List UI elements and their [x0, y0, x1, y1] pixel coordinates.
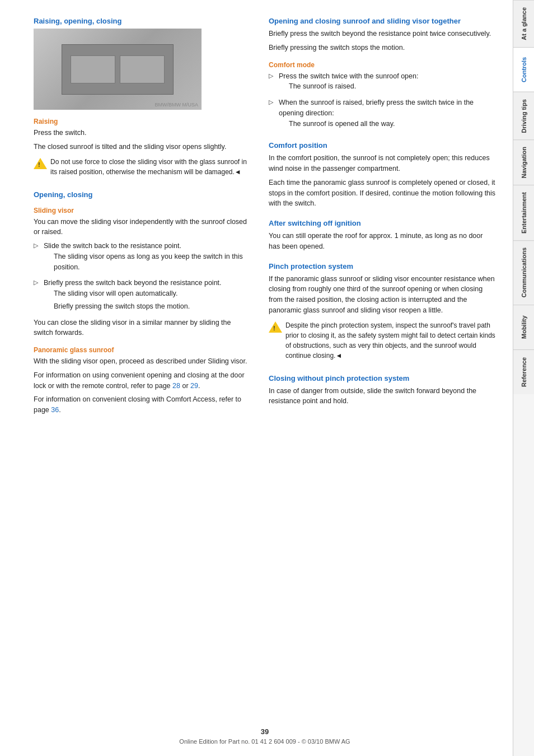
page28-link[interactable]: 28	[172, 382, 180, 390]
raising-p1: Press the switch.	[34, 128, 252, 138]
after-switching-p1: You can still operate the roof for appro…	[269, 231, 496, 252]
bullet-item-2: ▷ Briefly press the switch back beyond t…	[34, 278, 252, 314]
opening-closing-together-title: Opening and closing sunroof and sliding …	[269, 17, 496, 25]
bullet-arrow-1: ▷	[34, 242, 40, 249]
bullet1-main: Slide the switch back to the resistance …	[44, 242, 181, 250]
main-content: Raising, opening, closing BMW/BMW M/USA …	[0, 0, 513, 756]
sidebar-tab-communications[interactable]: Communications	[513, 240, 534, 304]
closing-without-p1: In case of danger from outside, slide th…	[269, 386, 496, 407]
sliding-visor-subtitle: Sliding visor	[34, 207, 252, 214]
comfort-bullet2-main: When the sunroof is raised, briefly pres…	[279, 99, 474, 117]
page36-link[interactable]: 36	[51, 406, 59, 414]
sliding-p1: You can move the sliding visor independe…	[34, 217, 252, 238]
warning-box-1: Do not use force to close the sliding vi…	[34, 157, 252, 180]
comfort-bullet1-sub: The sunroof is raised.	[289, 81, 418, 92]
warning-icon-1	[34, 158, 47, 169]
warning-text-1: Do not use force to close the sliding vi…	[50, 157, 252, 177]
closing-without-title: Closing without pinch protection system	[269, 374, 496, 382]
bullet-content-2: Briefly press the switch back beyond the…	[44, 278, 222, 314]
together-p1: Briefly press the switch beyond the resi…	[269, 29, 496, 39]
after-switching-title: After switching off ignition	[269, 219, 496, 227]
raising-p2: The closed sunroof is tilted and the sli…	[34, 142, 252, 152]
page29-link[interactable]: 29	[190, 382, 198, 390]
bullet2-sub1: The sliding visor will open automaticall…	[54, 288, 222, 299]
panoramic-p3: For information on convenient closing wi…	[34, 394, 252, 416]
panoramic-p2: For information on using convenient open…	[34, 370, 252, 391]
comfort-pos-p2: Each time the panoramic glass sunroof is…	[269, 178, 496, 209]
sidebar-tab-reference[interactable]: Reference	[513, 349, 534, 394]
left-column: Raising, opening, closing BMW/BMW M/USA …	[34, 17, 252, 711]
sidebar-tab-driving-tips[interactable]: Driving tips	[513, 92, 534, 140]
comfort-mode-subtitle: Comfort mode	[269, 61, 496, 69]
closing-p: You can close the sliding visor in a sim…	[34, 318, 252, 339]
comfort-bullet-1: ▷ Press the switch twice with the sunroo…	[269, 71, 496, 95]
comfort-content-1: Press the switch twice with the sunroof …	[279, 71, 418, 95]
comfort-bullet2-sub: The sunroof is opened all the way.	[289, 119, 496, 129]
bullet1-sub: The sliding visor opens as long as you k…	[54, 251, 252, 273]
bullet2-main: Briefly press the switch back beyond the…	[44, 279, 222, 287]
warning-icon-2	[269, 321, 282, 333]
bullet-content-1: Slide the switch back to the resistance …	[44, 241, 252, 274]
pinch-p1: If the panoramic glass sunroof or slidin…	[269, 274, 496, 316]
comfort-arrow-2: ▷	[269, 99, 275, 106]
sidebar-tab-entertainment[interactable]: Entertainment	[513, 185, 534, 240]
page-number: 39	[34, 727, 496, 736]
page-wrapper: Raising, opening, closing BMW/BMW M/USA …	[0, 0, 534, 756]
together-p2: Briefly pressing the switch stops the mo…	[269, 43, 496, 53]
pinch-protection-title: Pinch protection system	[269, 262, 496, 270]
warning-text-2: Despite the pinch protection system, ins…	[285, 320, 496, 361]
sidebar-tab-at-a-glance[interactable]: At a glance	[513, 0, 534, 47]
comfort-bullet-2: ▷ When the sunroof is raised, briefly pr…	[269, 97, 496, 131]
opening-closing-title: Opening, closing	[34, 190, 252, 199]
bullet2-sub2: Briefly pressing the switch stops the mo…	[54, 301, 222, 312]
sidebar-tab-mobility[interactable]: Mobility	[513, 305, 534, 349]
footer-text: Online Edition for Part no. 01 41 2 604 …	[34, 738, 496, 745]
raising-section-title: Raising, opening, closing	[34, 17, 252, 25]
image-caption: BMW/BMW M/USA	[155, 102, 199, 108]
comfort-pos-p1: In the comfort position, the sunroof is …	[269, 153, 496, 174]
bullet-arrow-2: ▷	[34, 279, 40, 286]
warning-box-2: Despite the pinch protection system, ins…	[269, 320, 496, 364]
panoramic-p1: With the sliding visor open, proceed as …	[34, 356, 252, 367]
content-columns: Raising, opening, closing BMW/BMW M/USA …	[34, 17, 496, 711]
raising-subtitle: Raising	[34, 118, 252, 125]
sidebar: At a glance Controls Driving tips Naviga…	[513, 0, 534, 756]
panoramic-subtitle: Panoramic glass sunroof	[34, 346, 252, 354]
comfort-arrow-1: ▷	[269, 72, 275, 80]
page-footer: 39 Online Edition for Part no. 01 41 2 6…	[34, 722, 496, 745]
comfort-position-title: Comfort position	[269, 141, 496, 150]
sidebar-tab-navigation[interactable]: Navigation	[513, 139, 534, 185]
sunroof-image: BMW/BMW M/USA	[34, 29, 202, 110]
sidebar-tab-controls[interactable]: Controls	[513, 47, 534, 92]
bullet-item-1: ▷ Slide the switch back to the resistanc…	[34, 241, 252, 274]
right-column: Opening and closing sunroof and sliding …	[269, 17, 496, 711]
comfort-content-2: When the sunroof is raised, briefly pres…	[279, 97, 496, 131]
comfort-bullet1-main: Press the switch twice with the sunroof …	[279, 72, 418, 80]
